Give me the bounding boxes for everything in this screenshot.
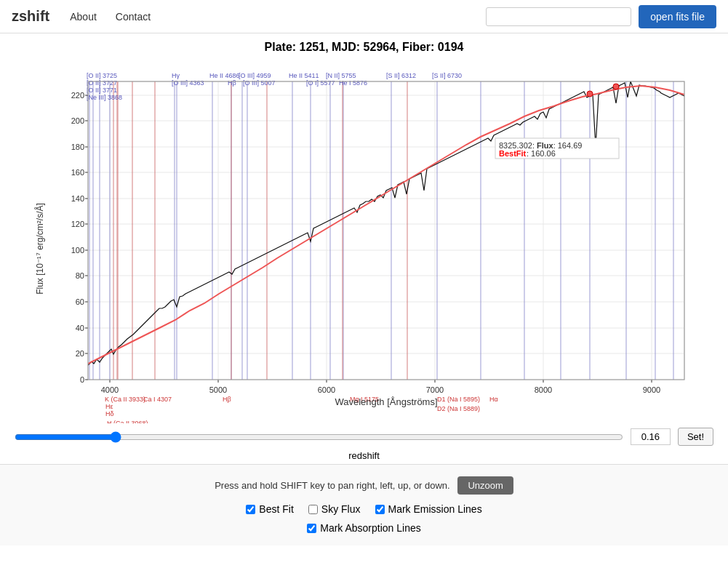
svg-text:Hδ: Hδ <box>105 410 114 417</box>
redshift-value-input[interactable]: 0.16 <box>631 428 671 445</box>
svg-text:[O III] 4959: [O III] 4959 <box>239 72 271 79</box>
instructions-text: Press and hold SHIFT key to pan right, l… <box>215 480 449 491</box>
svg-text:[S II] 6312: [S II] 6312 <box>386 72 416 79</box>
svg-text:80: 80 <box>75 271 84 280</box>
main-content: Plate: 1251, MJD: 52964, Fiber: 0194 <box>0 33 728 545</box>
svg-text:[Ne III] 3868: [Ne III] 3868 <box>87 94 122 101</box>
best-fit-checkbox-label[interactable]: Best Fit <box>246 503 293 515</box>
mark-emission-label: Mark Emission Lines <box>388 503 482 515</box>
svg-text:[O III] 4363: [O III] 4363 <box>172 79 204 87</box>
mark-absorption-checkbox-label[interactable]: Mark Absorption Lines <box>307 522 421 534</box>
svg-text:200: 200 <box>71 116 84 125</box>
svg-text:[O II] 3771: [O II] 3771 <box>87 87 117 94</box>
svg-text:[S II] 6730: [S II] 6730 <box>432 72 462 79</box>
svg-text:6000: 6000 <box>317 385 335 394</box>
svg-text:100: 100 <box>71 246 84 255</box>
svg-text:BestFit: BestFit <box>499 149 527 158</box>
unzoom-button[interactable]: Unzoom <box>457 476 513 495</box>
svg-text:D2 (Na I 5889): D2 (Na I 5889) <box>437 405 480 412</box>
checkboxes-row: Best Fit Sky Flux Mark Emission Lines <box>12 503 716 515</box>
svg-text:160: 160 <box>71 168 84 177</box>
svg-text:Hβ: Hβ <box>228 79 236 87</box>
best-fit-label: Best Fit <box>259 503 293 515</box>
svg-text:: 160.06: : 160.06 <box>527 149 556 158</box>
mark-absorption-label: Mark Absorption Lines <box>320 522 421 534</box>
svg-text:180: 180 <box>71 143 84 151</box>
sky-flux-checkbox[interactable] <box>308 505 318 514</box>
svg-text:[O I] 5577: [O I] 5577 <box>306 79 335 87</box>
best-fit-checkbox[interactable] <box>246 505 255 514</box>
redshift-area: 0.16 Set! <box>0 423 728 450</box>
mark-emission-checkbox[interactable] <box>375 505 385 514</box>
svg-text:8000: 8000 <box>534 385 551 394</box>
instructions-row: Press and hold SHIFT key to pan right, l… <box>12 476 716 495</box>
main-nav: About Contact <box>64 8 486 25</box>
svg-text:Hγ: Hγ <box>172 72 180 79</box>
mark-emission-checkbox-label[interactable]: Mark Emission Lines <box>375 503 482 515</box>
open-fits-button[interactable]: open fits file <box>639 5 716 28</box>
svg-text:He II 5411: He II 5411 <box>289 72 319 79</box>
svg-text:[N II] 5755: [N II] 5755 <box>326 72 356 79</box>
chart-title: Plate: 1251, MJD: 52964, Fiber: 0194 <box>0 41 728 54</box>
svg-text:Hε: Hε <box>105 403 113 410</box>
svg-text:[O II] 3725: [O II] 3725 <box>87 72 117 79</box>
svg-text:Wavelength [Ångströms]: Wavelength [Ångströms] <box>335 396 437 407</box>
svg-text:K (Ca II 3933): K (Ca II 3933) <box>105 396 145 403</box>
svg-text:He II 4686: He II 4686 <box>209 72 240 79</box>
sky-flux-checkbox-label[interactable]: Sky Flux <box>308 503 361 515</box>
spectrum-chart[interactable]: 8325.302: Flux: 164.69 BestFit : 160.06 … <box>30 60 699 423</box>
svg-text:4000: 4000 <box>100 385 118 394</box>
svg-text:120: 120 <box>71 220 84 228</box>
svg-text:Hα: Hα <box>489 396 498 403</box>
svg-text:220: 220 <box>71 91 84 100</box>
svg-text:Flux [10⁻¹⁷ erg/cm²/s/Å]: Flux [10⁻¹⁷ erg/cm²/s/Å] <box>34 203 45 295</box>
svg-text:[O II] 3727: [O II] 3727 <box>87 79 117 87</box>
svg-text:H (Ca II 3968): H (Ca II 3968) <box>107 420 148 423</box>
svg-text:D1 (Na I 5895): D1 (Na I 5895) <box>437 396 480 403</box>
svg-point-57 <box>613 84 619 89</box>
svg-text:40: 40 <box>75 324 84 332</box>
nav-contact[interactable]: Contact <box>110 8 156 25</box>
header: zshift About Contact open fits file <box>0 0 728 33</box>
svg-text:0: 0 <box>79 375 84 384</box>
search-input[interactable] <box>486 7 631 26</box>
checkboxes-row2: Mark Absorption Lines <box>12 522 716 534</box>
svg-text:5000: 5000 <box>209 385 226 394</box>
svg-text:140: 140 <box>71 194 84 203</box>
redshift-label: redshift <box>0 450 728 461</box>
sky-flux-label: Sky Flux <box>321 503 361 515</box>
app-logo: zshift <box>12 8 49 25</box>
set-redshift-button[interactable]: Set! <box>678 428 713 446</box>
svg-text:He I 5876: He I 5876 <box>339 79 367 87</box>
svg-text:Ca I 4307: Ca I 4307 <box>143 396 172 403</box>
svg-text:[O III] 5007: [O III] 5007 <box>243 79 276 87</box>
info-panel: Press and hold SHIFT key to pan right, l… <box>0 464 728 545</box>
svg-text:Hβ: Hβ <box>223 396 231 403</box>
redshift-slider[interactable] <box>15 430 623 444</box>
svg-text:60: 60 <box>75 297 84 306</box>
svg-text:20: 20 <box>75 349 84 358</box>
svg-point-56 <box>587 91 593 97</box>
chart-area: 8325.302: Flux: 164.69 BestFit : 160.06 … <box>30 60 699 423</box>
svg-text:7000: 7000 <box>425 385 443 394</box>
mark-absorption-checkbox[interactable] <box>307 524 316 533</box>
svg-text:9000: 9000 <box>642 385 660 394</box>
nav-about[interactable]: About <box>64 8 103 25</box>
